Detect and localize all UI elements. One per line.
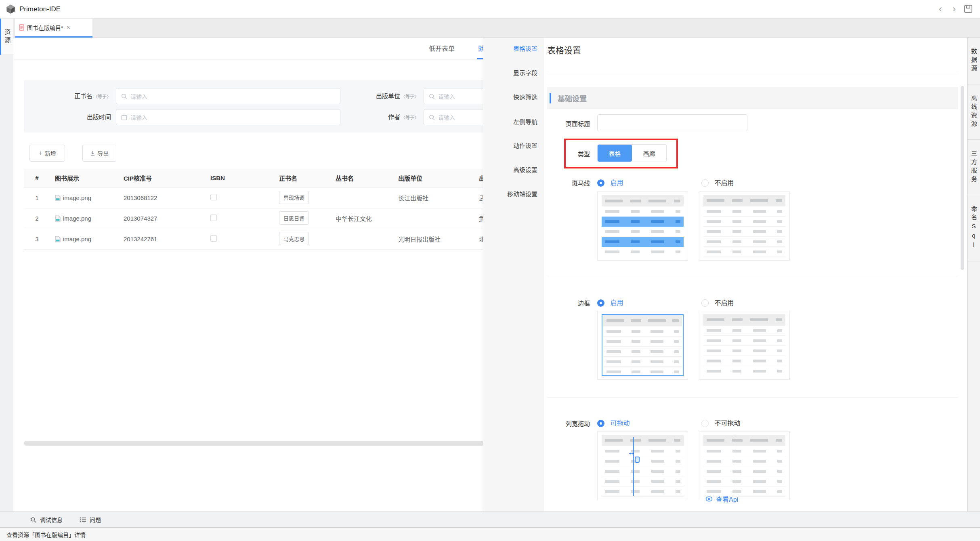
preview-zebra-on[interactable] — [597, 192, 688, 261]
image-file-link[interactable]: image.png — [55, 236, 114, 242]
radio-selected-icon[interactable] — [597, 179, 604, 187]
col-title: 正书名 — [274, 169, 331, 187]
right-rail: 数据源 离线资源 三方服务 命名Sql — [967, 38, 980, 512]
field-label-title: 正书名〈等于〉 — [43, 88, 111, 105]
preview-zebra-off[interactable] — [699, 192, 790, 261]
debug-bar: 调试信息 问题 — [0, 512, 980, 527]
sidebar-item-advanced[interactable]: 高级设置 — [483, 162, 544, 178]
radio-unselected-icon[interactable] — [701, 299, 709, 307]
table-row: 1 image.png 2013068122 异现场调 长江出版社 武汉 — [24, 187, 484, 208]
rail-item-thirdparty-services[interactable]: 三方服务 — [967, 140, 980, 195]
label-column-drag: 列宽拖动 — [544, 419, 590, 427]
preview-drag-off[interactable] — [699, 431, 790, 500]
border-radio-off[interactable]: 不启用 — [701, 298, 734, 307]
divider — [547, 277, 958, 277]
hand-cursor-icon — [635, 457, 640, 463]
search-filter-panel: 正书名〈等于〉 请输入 出版单位〈等于〉 请输入 出版时间 — [24, 80, 484, 133]
rail-item-offline-resources[interactable]: 离线资源 — [967, 84, 980, 140]
tab-label: 图书在版编目* — [27, 23, 63, 32]
search-icon — [429, 114, 435, 120]
border-radio-on[interactable]: 启用 — [597, 298, 623, 307]
sidebar-item-display-fields[interactable]: 显示字段 — [483, 65, 544, 81]
horizontal-scrollbar[interactable] — [24, 441, 484, 446]
status-text: 查看资源「图书在版编目」详情 — [6, 530, 86, 539]
rail-item-named-sql[interactable]: 命名Sql — [967, 195, 980, 261]
drag-handle-icon: ↔ — [627, 448, 636, 457]
title-cell-button[interactable]: 异现场调 — [279, 191, 309, 204]
debug-info-button[interactable]: 调试信息 — [30, 516, 63, 524]
list-icon — [80, 517, 86, 523]
date-input-pubdate[interactable]: 请输入 — [116, 109, 340, 125]
sidebar-item-mobile[interactable]: 移动端设置 — [483, 186, 544, 202]
preview-border-off[interactable] — [699, 311, 790, 380]
eye-icon — [705, 496, 713, 502]
col-book-image: 图书展示 — [50, 169, 119, 187]
isbn-checkbox[interactable] — [210, 194, 217, 200]
col-isbn: ISBN — [206, 169, 274, 187]
plus-icon: + — [38, 149, 42, 157]
sidebar-item-resources[interactable]: 资源 — [0, 19, 13, 55]
isbn-checkbox[interactable] — [210, 215, 217, 221]
sidebar-item-table-settings[interactable]: 表格设置 — [483, 41, 544, 57]
drag-radio-on[interactable]: 可拖动 — [597, 419, 630, 427]
add-button[interactable]: + 新增 — [29, 145, 65, 162]
drag-radio-off[interactable]: 不可拖动 — [701, 419, 740, 427]
zebra-radio-off[interactable]: 不启用 — [701, 178, 734, 187]
history-forward-icon[interactable]: › — [949, 4, 959, 15]
isbn-checkbox[interactable] — [210, 235, 217, 242]
sidebar-item-action-settings[interactable]: 动作设置 — [483, 138, 544, 154]
tab-book-catalog[interactable]: 图书在版编目* × — [15, 19, 92, 38]
title-cell-button[interactable]: 马克思恩 — [279, 232, 309, 245]
tab-lowcode-form[interactable]: 低开表单 — [429, 43, 455, 53]
tab-close-icon[interactable]: × — [66, 24, 70, 31]
app-logo-icon — [5, 4, 16, 15]
tab-bar: 图书在版编目* × — [0, 19, 980, 38]
sidebar-item-left-nav[interactable]: 左侧导航 — [483, 114, 544, 130]
table-row: 3 image.png 2013242761 马克思恩 光明日报出版社 北京 — [24, 229, 484, 249]
divider — [547, 397, 958, 398]
radio-unselected-icon[interactable] — [701, 420, 709, 427]
export-button[interactable]: 导出 — [82, 145, 116, 162]
image-file-link[interactable]: image.png — [55, 194, 114, 201]
field-label-publisher: 出版单位〈等于〉 — [351, 88, 419, 105]
table-settings-panel: 表格设置 显示字段 快速筛选 左侧导航 动作设置 高级设置 移动端设置 表格设置… — [483, 38, 967, 512]
app-title: Primeton-IDE — [19, 5, 61, 13]
settings-title: 表格设置 — [547, 44, 581, 56]
sidebar-item-quick-filter[interactable]: 快速筛选 — [483, 89, 544, 105]
col-index: # — [24, 169, 50, 187]
title-bar: Primeton-IDE ‹ › — [0, 0, 980, 19]
annotation-red-box — [564, 139, 678, 168]
settings-sidebar: 表格设置 显示字段 快速筛选 左侧导航 动作设置 高级设置 移动端设置 — [483, 38, 544, 512]
page-title-input[interactable] — [597, 114, 747, 131]
preview-border-on[interactable] — [597, 311, 688, 380]
view-api-link[interactable]: 查看Api — [705, 494, 738, 504]
history-back-icon[interactable]: ‹ — [935, 4, 946, 15]
label-zebra: 斑马线 — [544, 179, 590, 187]
search-input-title[interactable]: 请输入 — [116, 88, 340, 104]
mode-tabs-divider — [14, 59, 483, 59]
save-icon[interactable] — [963, 4, 973, 14]
field-label-author: 作者〈等于〉 — [351, 109, 419, 126]
problems-button[interactable]: 问题 — [80, 516, 101, 524]
radio-selected-icon[interactable] — [597, 299, 604, 307]
section-accent-bar — [550, 93, 551, 103]
download-icon — [90, 150, 95, 156]
label-border: 边框 — [544, 299, 590, 307]
col-publisher: 出版单位 — [393, 169, 474, 187]
rail-item-datasource[interactable]: 数据源 — [967, 38, 980, 84]
title-cell-button[interactable]: 日思日睿 — [279, 211, 309, 225]
section-basic-settings: 基础设置 — [547, 87, 958, 109]
left-rail: 资源 — [0, 19, 13, 512]
divider — [547, 74, 958, 74]
image-file-link[interactable]: image.png — [55, 215, 114, 222]
col-series: 丛书名 — [331, 169, 393, 187]
radio-selected-icon[interactable] — [597, 420, 604, 427]
mode-tab-active-underline — [477, 58, 483, 59]
radio-unselected-icon[interactable] — [701, 179, 709, 187]
table-header-row: # 图书展示 CIP核准号 ISBN 正书名 丛书名 出版单位 出版 — [24, 169, 484, 187]
preview-drag-on[interactable]: ↔ — [597, 431, 688, 500]
panel-scrollbar[interactable] — [961, 86, 964, 270]
zebra-radio-on[interactable]: 启用 — [597, 178, 623, 187]
label-page-title: 页面标题 — [544, 119, 590, 128]
book-table: # 图书展示 CIP核准号 ISBN 正书名 丛书名 出版单位 出版 1 ima… — [24, 169, 484, 250]
